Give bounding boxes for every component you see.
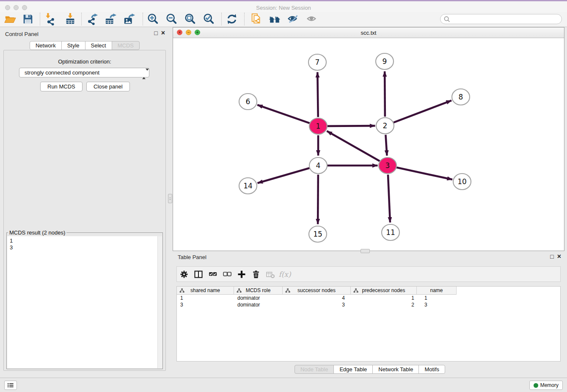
export-network-icon[interactable] <box>85 12 99 26</box>
titlebar: Session: New Session <box>0 0 567 12</box>
graph-edge-1-2[interactable] <box>327 126 375 126</box>
table-cell: 3 <box>417 301 457 308</box>
mcds-result-title: MCDS result (2 nodes) <box>8 229 66 236</box>
close-panel-button[interactable]: Close panel <box>86 82 130 91</box>
memory-status-icon <box>534 383 538 388</box>
tab-network-table[interactable]: Network Table <box>372 365 419 374</box>
optimization-criterion-label: Optimization criterion: <box>4 58 165 65</box>
column-header-successor-nodes[interactable]: successor nodes <box>283 287 351 295</box>
table-cell: 4 <box>283 295 351 301</box>
vertical-splitter-grip[interactable] <box>168 194 172 203</box>
search-box[interactable] <box>440 14 562 24</box>
column-header-predecessor-nodes[interactable]: predecessor nodes <box>351 287 417 295</box>
float-table-panel-icon[interactable]: □ <box>550 254 553 259</box>
export-image-icon[interactable] <box>123 12 136 26</box>
table-row[interactable]: 1dominator411 <box>177 295 560 301</box>
first-neighbors-icon[interactable] <box>268 12 281 26</box>
graph-edge-3-11[interactable] <box>388 174 390 222</box>
tab-node-table[interactable]: Node Table <box>295 365 334 374</box>
table-panel-title: Table Panel <box>178 254 206 260</box>
memory-button-label: Memory <box>540 382 559 388</box>
zoom-out-icon[interactable] <box>165 12 179 26</box>
graph-node-14[interactable]: 14 <box>239 178 257 194</box>
dropdown-stepper-icon <box>142 69 146 78</box>
graph-edge-2-8[interactable] <box>394 100 451 122</box>
graph-node-label: 10 <box>457 177 467 186</box>
graph-node-3[interactable]: 3 <box>379 157 396 174</box>
delete-column-icon[interactable] <box>249 268 263 281</box>
table-cell: 3 <box>177 301 234 308</box>
add-column-icon[interactable] <box>234 268 249 281</box>
graph-edge-3-10[interactable] <box>396 168 452 180</box>
graph-node-1[interactable]: 1 <box>309 118 327 134</box>
criterion-dropdown[interactable]: strongly connected component <box>19 68 149 77</box>
graph-node-6[interactable]: 6 <box>239 94 257 110</box>
table-row[interactable]: 3dominator323 <box>177 301 560 308</box>
float-panel-icon[interactable]: □ <box>154 30 157 36</box>
clone-network-icon[interactable] <box>250 12 263 26</box>
network-canvas[interactable]: 1234678910111415 <box>173 39 564 251</box>
search-input[interactable] <box>451 15 561 23</box>
graph-node-label: 7 <box>315 58 320 66</box>
column-header-name[interactable]: name <box>417 287 457 295</box>
table-cell: 1 <box>351 295 417 301</box>
tab-edge-table[interactable]: Edge Table <box>333 365 373 374</box>
save-session-icon[interactable] <box>21 12 35 26</box>
export-table-icon[interactable] <box>104 12 118 26</box>
network-view-window: × – + scc.txt 1234678910111415 <box>173 27 564 251</box>
select-all-rows-icon[interactable] <box>206 268 220 281</box>
column-header-MCDS-role[interactable]: MCDS role <box>234 287 283 295</box>
toolbar-separator <box>81 13 82 25</box>
mcds-result-line: 3 <box>10 244 160 251</box>
tab-select[interactable]: Select <box>85 41 112 50</box>
tab-mcds[interactable]: MCDS <box>112 41 140 50</box>
zoom-fit-icon[interactable] <box>184 12 197 26</box>
graph-edge-2-3[interactable] <box>385 135 387 155</box>
graph-edge-1-7[interactable] <box>317 72 318 117</box>
tab-motifs[interactable]: Motifs <box>418 365 445 374</box>
graph-edge-2-9[interactable] <box>385 71 385 116</box>
graph-node-9[interactable]: 9 <box>376 53 394 69</box>
zoom-in-icon[interactable] <box>146 12 160 26</box>
graph-node-label: 3 <box>385 161 390 170</box>
deselect-all-rows-icon[interactable] <box>220 268 234 281</box>
task-history-button[interactable] <box>4 381 17 390</box>
control-panel-tabs: NetworkStyleSelectMCDS <box>0 41 169 50</box>
network-window-titlebar: × – + scc.txt <box>173 28 564 38</box>
toolbar-separator <box>40 13 40 25</box>
table-options-icon[interactable] <box>177 268 191 281</box>
graph-node-8[interactable]: 8 <box>452 89 470 105</box>
open-session-icon[interactable] <box>3 12 17 26</box>
mcds-result-text[interactable]: 13 <box>7 236 162 368</box>
graph-node-7[interactable]: 7 <box>308 54 326 70</box>
memory-button[interactable]: Memory <box>529 381 563 390</box>
run-mcds-button[interactable]: Run MCDS <box>40 82 83 91</box>
function-builder-icon: f(x) <box>278 268 292 281</box>
table-cell: 1 <box>417 295 457 301</box>
graph-node-4[interactable]: 4 <box>309 157 327 174</box>
graph-edge-4-15[interactable] <box>318 174 318 224</box>
graph-node-11[interactable]: 11 <box>382 224 399 240</box>
close-panel-icon[interactable]: × <box>161 30 165 36</box>
mcds-result-scrollbar[interactable] <box>157 236 162 368</box>
graph-edge-1-6[interactable] <box>257 105 310 123</box>
graph-edge-4-14[interactable] <box>258 168 310 183</box>
hide-selected-icon[interactable] <box>286 12 300 26</box>
toolbar-separator <box>143 13 143 25</box>
graph-node-15[interactable]: 15 <box>309 226 327 242</box>
graph-node-2[interactable]: 2 <box>376 118 394 134</box>
column-header-shared-name[interactable]: shared name <box>177 287 234 295</box>
graph-edge-3-1[interactable] <box>327 131 380 161</box>
import-table-icon[interactable] <box>63 12 77 26</box>
node-table[interactable]: shared nameMCDS rolesuccessor nodesprede… <box>176 286 561 362</box>
show-columns-icon[interactable] <box>191 268 206 281</box>
import-network-icon[interactable] <box>44 12 58 26</box>
graph-node-10[interactable]: 10 <box>453 174 471 190</box>
zoom-selected-icon[interactable] <box>202 12 216 26</box>
table-panel: Table Panel □ × f(x) shared nameMCDS rol… <box>173 251 567 378</box>
table-panel-tabs: Node TableEdge TableNetwork TableMotifs <box>173 365 567 374</box>
tab-style[interactable]: Style <box>61 41 85 50</box>
tab-network[interactable]: Network <box>30 41 62 50</box>
apply-preferred-layout-icon[interactable] <box>225 12 239 26</box>
close-table-panel-icon[interactable]: × <box>557 254 561 259</box>
